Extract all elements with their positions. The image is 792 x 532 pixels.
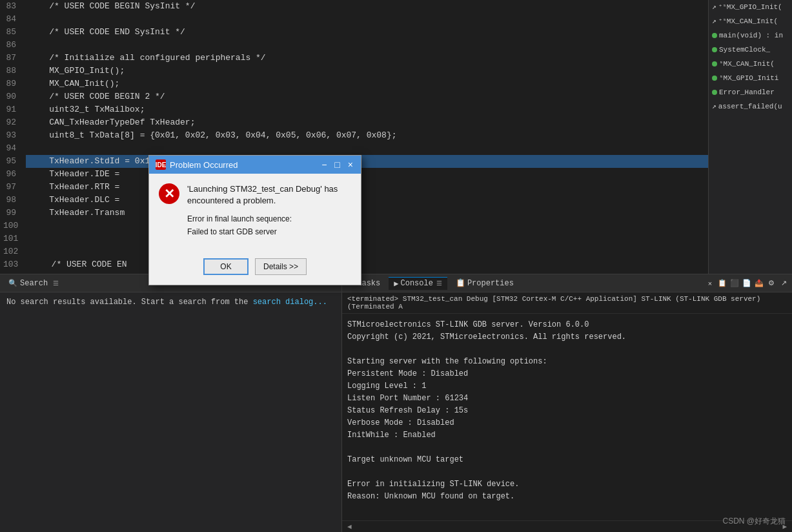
line-number: 84 (0, 13, 26, 26)
code-line: 89 MX_CAN_Init(); (0, 77, 708, 90)
code-line: 94 (0, 142, 708, 155)
sidebar-item[interactable]: ↗⁺ˢMX_CAN_Init( (709, 14, 792, 28)
search-body: No search results available. Start a sea… (0, 292, 341, 532)
minimize-console-button[interactable]: ⬛ (729, 278, 740, 289)
line-number: 90 (0, 90, 26, 103)
line-number: 95 (0, 155, 26, 168)
sidebar-item[interactable]: ↗⁺ˢMX_GPIO_Init( (709, 0, 792, 14)
line-number: 85 (0, 26, 26, 39)
line-number: 99 (0, 207, 26, 220)
dialog-ok-button[interactable]: OK (203, 258, 249, 275)
console-tab[interactable]: ▶ Console ☰ (389, 277, 447, 290)
line-content (28, 245, 708, 258)
line-number: 101 (0, 232, 28, 245)
search-panel: 🔍 Search ☰ No search results available. … (0, 274, 342, 532)
close-console-button[interactable]: × (705, 278, 715, 289)
console-tab-bar: ⚙ Tasks ▶ Console ☰ 📋 Properties × 📋 ⬛ 📄 (342, 274, 792, 292)
dialog-controls: − □ × (320, 160, 354, 169)
code-line: 84 (0, 13, 708, 26)
line-number: 83 (0, 0, 26, 13)
sidebar-item[interactable]: ˢMX_CAN_Init( (709, 57, 792, 71)
properties-icon: 📋 (456, 278, 465, 288)
dialog-logo-text: IDE (156, 161, 167, 169)
sidebar-item[interactable]: Error_Handler (709, 85, 792, 99)
line-content: /* USER CODE EN (28, 258, 708, 271)
console-icon: ▶ (394, 279, 398, 289)
properties-label: Properties (467, 279, 514, 288)
sidebar-item[interactable]: main(void) : in (709, 28, 792, 43)
properties-tab[interactable]: 📋 Properties (451, 277, 519, 289)
search-tab[interactable]: 🔍 Search ☰ (3, 278, 64, 289)
console-line: Starting server with the following optio… (347, 356, 787, 368)
console-content[interactable]: STMicroelectronics ST-LINK GDB server. V… (342, 314, 792, 520)
expand-console-button[interactable]: ↗ (778, 278, 789, 289)
sidebar-item[interactable]: ↗assert_failed(u (709, 99, 792, 114)
search-dialog-link[interactable]: search dialog... (253, 298, 327, 307)
search-tab-number: ☰ (53, 280, 59, 287)
new-console-button[interactable]: 📄 (742, 278, 752, 289)
line-number: 103 (0, 258, 28, 271)
dialog-buttons: OK Details >> (149, 258, 361, 285)
line-content: TxHeader.DLC = (26, 194, 708, 207)
line-number: 100 (0, 220, 28, 232)
line-content: CAN_TxHeaderTypeDef TxHeader; (26, 116, 708, 129)
line-number: 88 (0, 65, 26, 77)
search-tab-label: Search (20, 279, 48, 288)
line-content: uint8_t TxData[8] = {0x01, 0x02, 0x03, 0… (26, 129, 708, 142)
line-content: MX_GPIO_Init(); (26, 65, 708, 77)
line-content: MX_CAN_Init(); (26, 77, 708, 90)
bottom-area: 🔍 Search ☰ No search results available. … (0, 274, 792, 532)
watermark: CSDN @好奇龙猫 (722, 516, 786, 527)
code-line: 90 /* USER CODE BEGIN 2 */ (0, 90, 708, 103)
console-line (347, 466, 787, 478)
line-content: /* USER CODE END SysInit */ (26, 26, 708, 39)
search-no-results-text: No search results available. Start a sea… (6, 298, 253, 307)
console-line: InitWhile : Enabled (347, 429, 787, 442)
line-number: 97 (0, 181, 26, 194)
console-panel: ⚙ Tasks ▶ Console ☰ 📋 Properties × 📋 ⬛ 📄 (342, 274, 792, 532)
editor-area: 83 /* USER CODE BEGIN SysInit */8485 /* … (0, 0, 792, 274)
console-header: <terminated> STM32_test_can Debug [STM32… (342, 292, 792, 314)
console-line: Logging Level : 1 (347, 380, 787, 393)
problem-dialog[interactable]: IDE Problem Occurred − □ × ✕ 'Launching … (148, 155, 361, 285)
console-actions: × 📋 ⬛ 📄 📤 ⚙ ↗ (705, 278, 789, 289)
line-number: 102 (0, 245, 28, 258)
line-content: TxHeader.RTR = (26, 181, 708, 194)
line-number: 89 (0, 77, 26, 90)
search-icon: 🔍 (8, 279, 17, 287)
code-line: 88 MX_GPIO_Init(); (0, 65, 708, 77)
code-line: 92 CAN_TxHeaderTypeDef TxHeader; (0, 116, 708, 129)
console-line (347, 442, 787, 454)
console-line: Target unknown MCU target (347, 454, 787, 466)
dialog-title-left: IDE Problem Occurred (156, 159, 238, 170)
copy-console-button[interactable]: 📋 (717, 278, 727, 289)
console-line: STMicroelectronics ST-LINK GDB server. V… (347, 319, 787, 331)
settings-console-button[interactable]: ⚙ (766, 278, 777, 289)
line-number: 86 (0, 39, 26, 52)
dialog-restore-button[interactable]: □ (333, 160, 341, 169)
code-line: 86 (0, 39, 708, 52)
dialog-title-text: Problem Occurred (170, 160, 238, 170)
dialog-message-title: 'Launching STM32_test_can Debug' has enc… (187, 183, 351, 207)
code-line: 93 uint8_t TxData[8] = {0x01, 0x02, 0x03… (0, 129, 708, 142)
line-number: 98 (0, 194, 26, 207)
dialog-close-button[interactable]: × (347, 160, 354, 169)
code-line: 87 /* Initialize all configured peripher… (0, 52, 708, 65)
line-content: /* Initialize all configured peripherals… (26, 52, 708, 65)
line-content: uint32_t TxMailbox; (26, 103, 708, 116)
export-console-button[interactable]: 📤 (754, 278, 764, 289)
line-number: 91 (0, 103, 26, 116)
dialog-minimize-button[interactable]: − (320, 160, 328, 169)
dialog-message-row: ✕ 'Launching STM32_test_can Debug' has e… (159, 183, 351, 207)
line-number: 94 (0, 142, 26, 155)
sidebar-item[interactable]: ˢMX_GPIO_Initi (709, 71, 792, 85)
console-header-text: <terminated> STM32_test_can Debug [STM32… (347, 295, 760, 311)
console-label: Console (400, 279, 432, 288)
line-number: 87 (0, 52, 26, 65)
console-line: Copyright (c) 2021, STMicroelectronics. … (347, 331, 787, 343)
dialog-details-button[interactable]: Details >> (255, 258, 307, 275)
sidebar-item[interactable]: SystemClock_ (709, 43, 792, 57)
dialog-logo: IDE (156, 159, 166, 170)
line-content: TxHeader.Transm (26, 207, 708, 220)
error-icon: ✕ (159, 183, 179, 204)
